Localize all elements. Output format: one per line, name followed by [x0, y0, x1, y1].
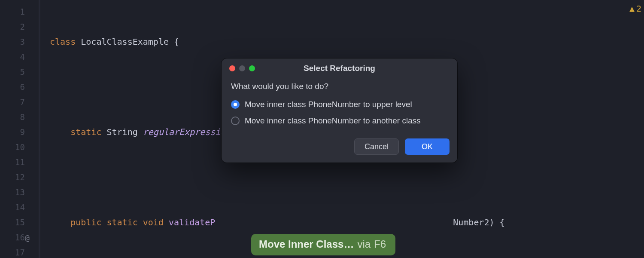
radio-icon	[231, 100, 240, 109]
warning-icon: ▲	[629, 3, 635, 14]
line-number: 5	[0, 64, 39, 80]
code-line: public static void validatePXXXXXXXXXXXX…	[50, 215, 644, 230]
radio-option-another-class[interactable]: Move inner class PhoneNumber to another …	[231, 113, 448, 129]
toast-shortcut: F6	[374, 238, 386, 250]
action-hint-toast: Move Inner Class… via F6	[251, 234, 395, 255]
line-number: 7	[0, 95, 39, 110]
code-line	[50, 170, 644, 185]
toast-action: Move Inner Class…	[259, 238, 354, 250]
line-number: 4	[0, 49, 39, 64]
code-line: class LocalClassExample {	[50, 34, 644, 49]
dialog-buttons: Cancel OK	[222, 137, 457, 163]
warning-count: 2	[636, 3, 641, 14]
line-number: 1	[0, 4, 39, 19]
radio-label: Move inner class PhoneNumber to upper le…	[245, 100, 412, 109]
line-number: 16	[0, 230, 39, 245]
warnings-indicator[interactable]: ▲2	[629, 3, 641, 14]
dialog-titlebar[interactable]: Select Refactoring	[222, 58, 457, 78]
toast-via: via	[357, 238, 371, 250]
line-number: 3	[0, 34, 39, 49]
line-number: 17	[0, 245, 39, 258]
override-gutter-icon[interactable]: @	[25, 230, 30, 245]
radio-icon	[231, 117, 240, 125]
line-number: 15	[0, 215, 39, 230]
line-number: 12	[0, 170, 39, 185]
cancel-button[interactable]: Cancel	[354, 138, 399, 155]
dialog-body: What would you like to do? Move inner cl…	[222, 78, 457, 137]
radio-label: Move inner class PhoneNumber to another …	[245, 116, 421, 126]
select-refactoring-dialog: Select Refactoring What would you like t…	[222, 58, 457, 163]
line-number: 14	[0, 200, 39, 215]
line-number: 6	[0, 80, 39, 95]
radio-option-upper-level[interactable]: Move inner class PhoneNumber to upper le…	[231, 96, 448, 113]
ok-button[interactable]: OK	[405, 138, 450, 155]
dialog-title: Select Refactoring	[222, 64, 457, 73]
line-number: 11	[0, 155, 39, 170]
line-number: 10	[0, 140, 39, 155]
dialog-prompt: What would you like to do?	[231, 82, 448, 91]
line-number: 8	[0, 110, 39, 125]
line-number: 2	[0, 19, 39, 34]
line-number: 13	[0, 185, 39, 200]
line-number-gutter: 1 2 3 4 5 6 7 8 9 10 11 12 13 14 15 16 1…	[0, 0, 39, 258]
line-number: 9	[0, 125, 39, 140]
